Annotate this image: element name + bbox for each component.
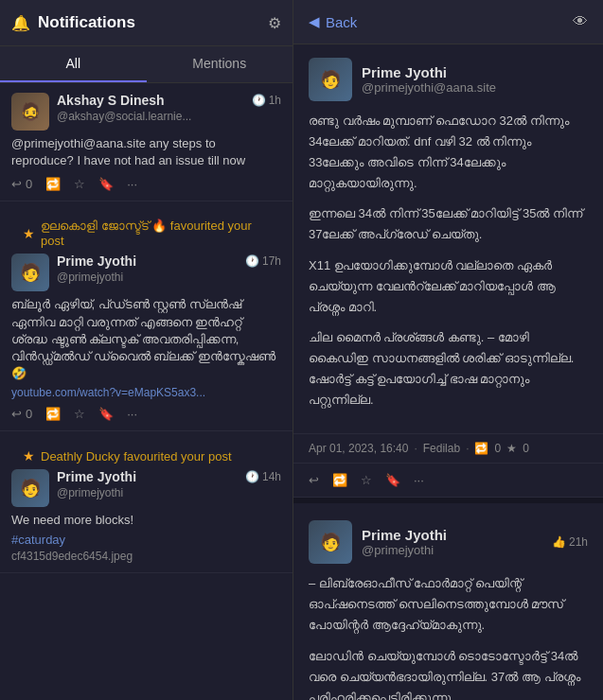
notification-item-mention[interactable]: 🧔 Akshay S Dinesh 🕐 1h @akshay@social.le…	[0, 83, 293, 201]
notif-name-3: Prime Jyothi	[57, 469, 136, 484]
post-author-name: Prime Jyothi	[362, 64, 588, 80]
reply-btn[interactable]: ↩ 0	[11, 177, 32, 191]
post-date: Apr 01, 2023, 16:40	[309, 442, 408, 455]
avatar-akshay: 🧔	[11, 93, 49, 131]
post-detail-panel: ◀ Back 👁 🧑 Prime Jyothi @primejyothi@aan…	[293, 0, 603, 700]
tab-all[interactable]: All	[0, 46, 147, 82]
notif-time: 🕐 1h	[252, 94, 281, 107]
post-meta: Apr 01, 2023, 16:40 · Fedilab · 🔁 0 ★ 0	[293, 433, 603, 463]
post-para-4: ചില മൈനർ പ്രശ്ങ്ങൾ കണ്ടു. – മോഴി കൈഡിഇ സ…	[309, 327, 588, 411]
post-para-2: ഇന്നലെ 34ൽ നിന്ന് 35ലേക്ക് മാറിയിട്ട് 35…	[309, 203, 588, 245]
post-author-info-2: Prime Jyothi @primejyothi	[362, 527, 542, 557]
notif-content-akshay: Akshay S Dinesh 🕐 1h @akshay@social.lear…	[57, 93, 281, 123]
more-btn[interactable]: ···	[127, 177, 137, 191]
post-body-2: – ലിബ്രേഓഫീസ് ഫോർമാറ്റ് പെയിന്റ് ഓപ്ഷനെട…	[293, 573, 603, 700]
fav-btn-post1[interactable]: ☆	[361, 473, 372, 487]
back-label: Back	[326, 14, 357, 30]
notifications-panel: 🔔 Notifications ⚙ All Mentions 🧔 Akshay …	[0, 0, 293, 700]
eye-icon[interactable]: 👁	[573, 13, 588, 30]
notif-header-2: Prime Jyothi 🕐 17h	[57, 254, 281, 269]
bookmark-btn-2[interactable]: 🔖	[98, 407, 114, 421]
notif-text-body-2: ബ്ലൂർ ഏഴിയ്, പ്ഡ്ടൺ സ്റ്റൺ സ്ലൻഷ് ഏന്നിവ…	[11, 296, 281, 382]
back-button[interactable]: ◀ Back	[309, 13, 357, 30]
notif-top-row-2: 🧑 Prime Jyothi 🕐 17h @primejyothi	[11, 254, 281, 291]
notif-header-3: Prime Jyothi 🕐 14h	[57, 469, 281, 484]
repost-btn-post1[interactable]: 🔁	[332, 473, 347, 487]
post-para-3: X11 ഉപയോഗിക്കുമ്പോൾ വല്ലാതെ ഏകർ ചെയ്യുന്…	[309, 255, 588, 318]
notif-top-row-3: 🧑 Prime Jyothi 🕐 14h @primejyothi	[11, 469, 281, 507]
notif-content-prime1: Prime Jyothi 🕐 17h @primejyothi	[57, 254, 281, 284]
fav-btn[interactable]: ☆	[74, 177, 85, 191]
notif-name: Akshay S Dinesh	[57, 93, 165, 108]
fav-banner-1: ★ ഉലകൊളി ജോസ്ട്ട് 🔥 favourited your post	[11, 211, 281, 254]
post-actions-1: ↩ 🔁 ☆ 🔖 ···	[293, 463, 603, 498]
more-btn-2[interactable]: ···	[127, 407, 137, 421]
reply-btn-2[interactable]: ↩ 0	[11, 407, 32, 421]
notif-actions-2: ↩ 0 🔁 ☆ 🔖 ···	[11, 407, 281, 421]
repost-btn[interactable]: 🔁	[45, 177, 61, 191]
star-icon: ★	[23, 226, 35, 241]
post-author-section-2: 🧑 Prime Jyothi @primejyothi 👍 21h	[293, 507, 603, 573]
right-content: 🧑 Prime Jyothi @primejyothi@aana.site രണ…	[293, 44, 603, 700]
notif-content-prime2: Prime Jyothi 🕐 14h @primejyothi	[57, 469, 281, 499]
post-para-1: രണ്ടു വർഷം മുമ്പാണ് ഫെഡോറ 32ൽ നിന്നും 34…	[309, 111, 588, 194]
fav-banner-text: ഉലകൊളി ജോസ്ട്ട് 🔥 favourited your post	[41, 219, 270, 248]
header-left: 🔔 Notifications	[11, 13, 135, 32]
notif-handle: @akshay@social.learnie...	[57, 110, 281, 123]
post-para-2-2: ലോഡിൻ ചെയ്യുമ്പോൾ ടൊടോസ്ടോർട്ട് 34ൽ വരെ …	[309, 646, 588, 701]
post-server: Fedilab	[423, 442, 460, 455]
notification-tabs: All Mentions	[0, 46, 293, 83]
post-author-avatar-2: 🧑	[309, 520, 352, 564]
repost-icon: 🔁	[474, 442, 488, 455]
notification-item-fav2[interactable]: ★ Deathly Ducky favourited your post 🧑 P…	[0, 431, 293, 572]
post-1: 🧑 Prime Jyothi @primejyothi@aana.site രണ…	[293, 44, 603, 498]
bookmark-btn[interactable]: 🔖	[98, 177, 114, 191]
notif-link[interactable]: youtube.com/watch?v=eMapKS5ax3...	[11, 386, 281, 399]
notifications-title: Notifications	[38, 13, 135, 32]
notif-text-body: @primejyothi@aana.site any steps to repr…	[11, 135, 281, 169]
bell-icon: 🔔	[11, 14, 30, 32]
more-btn-post1[interactable]: ···	[414, 473, 424, 487]
back-chevron-icon: ◀	[309, 13, 320, 30]
notif-text-body-3: We need more blocks!	[11, 512, 281, 529]
notif-handle-2: @primejyothi	[57, 271, 281, 284]
notif-top-row: 🧔 Akshay S Dinesh 🕐 1h @akshay@social.le…	[11, 93, 281, 131]
post-body-1: രണ്ടു വർഷം മുമ്പാണ് ഫെഡോറ 32ൽ നിന്നും 34…	[293, 111, 603, 433]
avatar-prime1: 🧑	[11, 254, 49, 291]
tab-mentions[interactable]: Mentions	[147, 46, 293, 82]
post-2: 🧑 Prime Jyothi @primejyothi 👍 21h – ലിബ്…	[293, 503, 603, 700]
notif-name-2: Prime Jyothi	[57, 254, 136, 269]
post-favs: 0	[523, 442, 529, 455]
post-author-section: 🧑 Prime Jyothi @primejyothi@aana.site	[293, 44, 603, 111]
post-boosts: 0	[494, 442, 501, 455]
cf-text: cf4315d9edec6454.jpeg	[11, 550, 281, 563]
post-author-handle-2: @primejyothi	[362, 543, 542, 557]
notif-time-2: 🕐 17h	[245, 254, 281, 268]
notif-time-3: 🕐 14h	[245, 470, 281, 483]
fav-btn-2[interactable]: ☆	[74, 407, 85, 421]
reply-btn-post1[interactable]: ↩	[309, 473, 319, 487]
post-author-info: Prime Jyothi @primejyothi@aana.site	[362, 64, 588, 95]
post-author-avatar: 🧑	[309, 58, 352, 101]
post-para-2-1: – ലിബ്രേഓഫീസ് ഫോർമാറ്റ് പെയിന്റ് ഓപ്ഷനെട…	[309, 573, 588, 636]
post-author-name-2: Prime Jyothi	[362, 527, 542, 543]
notification-item-fav1[interactable]: ★ ഉലകൊളി ജോസ്ട്ട് 🔥 favourited your post…	[0, 201, 293, 431]
fav-banner-text-2: Deathly Ducky favourited your post	[41, 449, 232, 464]
star-icon-2: ★	[23, 448, 35, 464]
right-header: ◀ Back 👁	[293, 0, 603, 44]
notif-actions: ↩ 0 🔁 ☆ 🔖 ···	[11, 177, 281, 191]
post-author-handle: @primejyothi@aana.site	[362, 80, 588, 95]
post-time-2: 👍 21h	[552, 535, 588, 549]
repost-btn-2[interactable]: 🔁	[45, 407, 61, 421]
notifications-list: 🧔 Akshay S Dinesh 🕐 1h @akshay@social.le…	[0, 83, 293, 700]
filter-icon[interactable]: ⚙	[268, 14, 281, 32]
bookmark-btn-post1[interactable]: 🔖	[385, 473, 400, 487]
hashtag-caturday[interactable]: #caturday	[11, 533, 281, 547]
notif-handle-3: @primejyothi	[57, 486, 281, 499]
notif-header: Akshay S Dinesh 🕐 1h	[57, 93, 281, 108]
fav-icon: ★	[506, 442, 517, 455]
fav-banner-2: ★ Deathly Ducky favourited your post	[11, 441, 281, 469]
notifications-header: 🔔 Notifications ⚙	[0, 0, 293, 46]
avatar-prime2: 🧑	[11, 469, 49, 507]
